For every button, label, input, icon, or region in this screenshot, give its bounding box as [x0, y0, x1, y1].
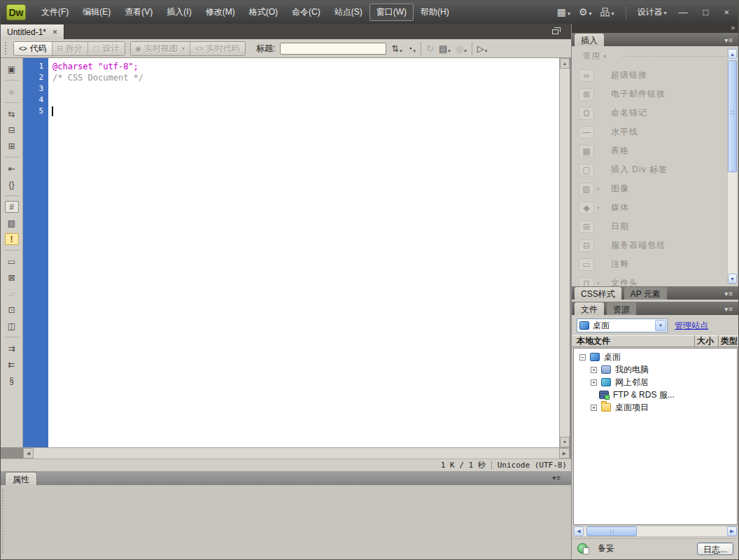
document-tab[interactable]: Untitled-1* ×	[1, 24, 64, 39]
tree-row-my-computer[interactable]: + 我的电脑	[574, 363, 737, 376]
tab-css-styles[interactable]: CSS样式	[575, 287, 621, 300]
scroll-up-icon[interactable]: ▲	[560, 58, 570, 69]
close-button[interactable]: ×	[720, 8, 733, 17]
layout-switcher-button[interactable]: ▦▾	[557, 7, 570, 18]
insert-item-div-tag: ▢ 插入 Div 标签	[572, 160, 739, 179]
scroll-left-icon[interactable]: ◀	[574, 526, 584, 536]
design-view-button[interactable]: ▢设计	[88, 42, 124, 55]
named-anchor-icon: Ω	[579, 107, 594, 120]
menu-item-insert[interactable]: 插入(I)	[160, 4, 198, 21]
tab-close-icon[interactable]: ×	[52, 27, 57, 37]
code-editor[interactable]: @charset "utf-8"; /* CSS Document */	[48, 58, 559, 447]
collapse-full-tag-icon[interactable]: ⇆	[5, 108, 19, 120]
tab-assets[interactable]: 资源	[607, 302, 636, 315]
column-local-files[interactable]: 本地文件	[572, 335, 694, 347]
menu-item-file[interactable]: 文件(F)	[34, 4, 76, 21]
highlight-invalid-code-icon[interactable]: ▧	[5, 217, 19, 229]
scroll-down-icon[interactable]: ▼	[560, 437, 570, 447]
tree-row-network-places[interactable]: + 网上邻居	[574, 376, 737, 388]
extend-button[interactable]: ⚙▾	[579, 7, 592, 18]
scroll-right-icon[interactable]: ▶	[559, 448, 570, 458]
live-code-button[interactable]: <>实时代码	[190, 42, 245, 55]
expand-all-icon[interactable]: ⊞	[5, 140, 19, 152]
scroll-down-icon[interactable]: ▼	[728, 274, 737, 284]
view-options-button[interactable]: ▤▾	[439, 44, 451, 53]
log-button[interactable]: 日志...	[697, 542, 733, 555]
workspace-switcher[interactable]: 设计器▾	[638, 6, 667, 18]
text-cursor	[52, 106, 53, 116]
scrollbar-thumb[interactable]	[728, 60, 737, 172]
open-documents-icon[interactable]: ▣	[5, 63, 19, 75]
manage-sites-link[interactable]: 管理站点	[675, 320, 708, 332]
maximize-button[interactable]: □	[700, 8, 712, 17]
files-horizontal-scrollbar[interactable]: ◀ ▶	[573, 526, 738, 537]
menu-item-modify[interactable]: 修改(M)	[199, 4, 242, 21]
line-numbers-icon[interactable]: #	[5, 201, 19, 213]
expand-expander-icon[interactable]: +	[591, 405, 597, 411]
preview-button[interactable]: ◔▾	[407, 44, 416, 53]
code-horizontal-scrollbar[interactable]: ◀ ▶	[23, 447, 570, 458]
minimize-button[interactable]: —	[675, 8, 691, 17]
tab-properties[interactable]: 属性	[5, 472, 37, 485]
expand-expander-icon[interactable]: +	[591, 379, 597, 386]
collapse-expander-icon[interactable]: −	[579, 354, 586, 360]
panel-menu-icon[interactable]: ▾≡	[724, 305, 739, 315]
tree-row-ftp-rds-servers[interactable]: FTP & RDS 服...	[574, 388, 737, 401]
insert-item-date: ⊞ 日期	[572, 217, 739, 236]
properties-panel: 属性 ▾≡	[1, 471, 571, 560]
scroll-right-icon[interactable]: ▶	[727, 526, 737, 536]
server-icon	[599, 391, 609, 399]
apply-comment-icon[interactable]: ▭	[5, 255, 19, 267]
menu-item-edit[interactable]: 编辑(E)	[76, 4, 118, 21]
live-view-button[interactable]: ◉实时视图▾	[131, 42, 191, 55]
check-page-button[interactable]: ▷▾	[477, 44, 488, 53]
split-view-button[interactable]: ⊟拆分	[52, 42, 88, 55]
insert-panel-scrollbar[interactable]: ▲ ▼	[727, 48, 738, 284]
document-tab-title: Untitled-1*	[7, 27, 46, 37]
tab-insert[interactable]: 插入	[575, 34, 604, 46]
recent-snippets-icon[interactable]: ⊡	[5, 304, 19, 316]
indent-code-icon[interactable]: ⇉	[5, 342, 19, 354]
tree-row-desktop[interactable]: − 桌面	[574, 351, 737, 363]
outdent-code-icon[interactable]: ⇇	[5, 358, 19, 370]
menu-item-commands[interactable]: 命令(C)	[285, 4, 328, 21]
visual-aids-button: ◎▾	[456, 44, 467, 53]
collapse-panels-icon[interactable]: »	[731, 24, 735, 31]
tree-row-desktop-items[interactable]: + 桌面项目	[574, 401, 737, 414]
column-size[interactable]: 大小	[694, 335, 718, 347]
title-input[interactable]	[280, 43, 386, 55]
menu-item-view[interactable]: 查看(V)	[118, 4, 160, 21]
cascade-windows-icon[interactable]	[552, 29, 558, 34]
scroll-left-icon[interactable]: ◀	[23, 448, 34, 458]
collapse-selection-icon[interactable]: ⊟	[5, 124, 19, 136]
format-source-code-icon[interactable]: §	[5, 374, 19, 386]
scroll-up-icon[interactable]: ▲	[728, 49, 737, 59]
syntax-error-alerts-icon[interactable]: !	[5, 233, 19, 245]
tab-ap-elements[interactable]: AP 元素	[624, 287, 667, 300]
panel-menu-icon[interactable]: ▾≡	[724, 290, 739, 300]
panel-menu-icon[interactable]: ▾≡	[724, 36, 739, 46]
app-titlebar: Dw 文件(F) 编辑(E) 查看(V) 插入(I) 修改(M) 格式(O) 命…	[1, 1, 738, 24]
balance-braces-icon[interactable]: {}	[5, 178, 19, 190]
site-menu-button[interactable]: 品▾	[600, 7, 614, 18]
menu-item-window[interactable]: 窗口(W)	[370, 4, 414, 21]
select-parent-tag-icon[interactable]: ⇤	[5, 162, 19, 174]
remove-comment-icon[interactable]: ⊠	[5, 272, 19, 284]
menu-item-help[interactable]: 帮助(H)	[414, 4, 456, 21]
expand-expander-icon[interactable]: +	[591, 367, 597, 373]
menu-item-site[interactable]: 站点(S)	[328, 4, 370, 21]
file-management-button[interactable]: ⇅▾	[391, 44, 402, 53]
site-dropdown[interactable]: 桌面 ▾	[577, 318, 668, 332]
move-css-icon[interactable]: ◫	[5, 320, 19, 332]
divider	[491, 461, 492, 470]
tab-files[interactable]: 文件	[575, 302, 604, 315]
code-vertical-scrollbar[interactable]: ▲ ▼	[559, 58, 570, 447]
comment-icon: ▭	[579, 258, 594, 271]
code-view-button[interactable]: <>代码	[14, 42, 52, 55]
panel-menu-icon[interactable]: ▾≡	[552, 474, 561, 482]
menu-item-format[interactable]: 格式(O)	[242, 4, 285, 21]
column-type[interactable]: 类型	[718, 335, 739, 347]
files-status-text: 备妥	[598, 542, 614, 554]
scrollbar-thumb[interactable]	[586, 526, 637, 536]
chevron-down-icon[interactable]: ▾	[655, 320, 666, 331]
